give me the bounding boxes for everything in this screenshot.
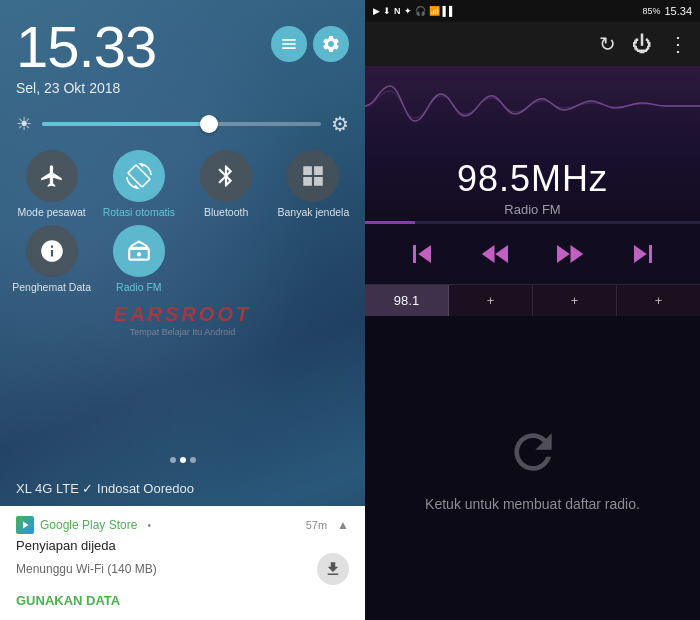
airplane-icon-bg	[26, 150, 78, 202]
watermark-text: EARSROOT	[114, 303, 251, 325]
toggle-airplane[interactable]: Mode pesawat	[12, 150, 91, 219]
play-status-icon: ▶	[373, 6, 380, 16]
status-time: 15.34	[664, 5, 692, 17]
page-dot-2	[180, 457, 186, 463]
network-label: XL 4G LTE ✓ Indosat Ooredoo	[16, 481, 349, 496]
playback-controls	[365, 224, 700, 284]
radiofm-icon-bg	[113, 225, 165, 277]
notif-download-icon[interactable]	[317, 553, 349, 585]
freq-slot-3[interactable]: +	[533, 285, 617, 316]
notif-app-name: Google Play Store	[40, 518, 137, 532]
bluetooth-icon-bg	[200, 150, 252, 202]
time-display: 15.33	[16, 18, 156, 76]
frequency-display: 98.5MHz Radio FM	[365, 146, 700, 221]
toggle-datasaver[interactable]: Penghemat Data	[12, 225, 91, 294]
play-store-icon	[16, 516, 34, 534]
waveform-area	[365, 66, 700, 146]
refresh-button[interactable]: ↻	[599, 32, 616, 56]
battery-pct: 85%	[642, 6, 660, 16]
time-area: 15.33 Sel, 23 Okt 2018	[0, 0, 365, 104]
power-button[interactable]: ⏻	[632, 33, 652, 56]
status-icons-left: ▶ ⬇ N ✦ 🎧 📶 ▌▌	[373, 6, 455, 16]
toggles-row-2: Penghemat Data Radio FM	[0, 225, 365, 298]
watermark-sub: Tempat Belajar Itu Android	[0, 327, 365, 337]
notification-card: Google Play Store • 57m ▲ Penyiapan dije…	[0, 506, 365, 620]
status-bar: ▶ ⬇ N ✦ 🎧 📶 ▌▌ 85% 15.34	[365, 0, 700, 22]
notif-body-text: Menunggu Wi-Fi (140 MB)	[16, 562, 157, 576]
freq-slot-2[interactable]: +	[449, 285, 533, 316]
next-button[interactable]	[623, 234, 663, 274]
download-status-icon: ⬇	[383, 6, 391, 16]
rewind-button[interactable]	[476, 234, 516, 274]
headphone-icon: 🎧	[415, 6, 426, 16]
multiwindow-label: Banyak jendela	[277, 206, 349, 219]
use-data-button[interactable]: GUNAKAN DATA	[16, 585, 349, 610]
radio-label: Radio FM	[365, 202, 700, 217]
toggle-radiofm[interactable]: Radio FM	[99, 225, 178, 294]
freq-current[interactable]: 98.1	[365, 285, 449, 316]
toggles-row-1: Mode pesawat Rotasi otomatis Bluetooth B…	[0, 144, 365, 225]
wifi-icon: 📶	[429, 6, 440, 16]
airplane-label: Mode pesawat	[17, 206, 85, 219]
forward-button[interactable]	[549, 234, 589, 274]
signal-icon: ▌▌	[443, 6, 456, 16]
freq-slot-4[interactable]: +	[617, 285, 700, 316]
empty-state: Ketuk untuk membuat daftar radio.	[365, 316, 700, 620]
notif-time: 57m	[306, 519, 327, 531]
brightness-slider[interactable]	[42, 122, 321, 126]
brightness-settings-icon[interactable]: ⚙	[331, 112, 349, 136]
datasaver-label: Penghemat Data	[12, 281, 91, 294]
status-icons-right: 85% 15.34	[642, 5, 692, 17]
date-display: Sel, 23 Okt 2018	[16, 80, 156, 96]
page-dot-1	[170, 457, 176, 463]
more-options-button[interactable]: ⋮	[668, 32, 688, 56]
rotate-icon-bg	[113, 150, 165, 202]
settings-button[interactable]	[313, 26, 349, 62]
controls-bar: ↻ ⏻ ⋮	[365, 22, 700, 66]
bluetooth-label: Bluetooth	[204, 206, 248, 219]
rotate-label: Rotasi otomatis	[103, 206, 175, 219]
toggle-bluetooth[interactable]: Bluetooth	[187, 150, 266, 219]
right-panel: ▶ ⬇ N ✦ 🎧 📶 ▌▌ 85% 15.34 ↻ ⏻ ⋮ 98.5MHz R…	[365, 0, 700, 620]
toggle-rotate[interactable]: Rotasi otomatis	[99, 150, 178, 219]
n-icon: N	[394, 6, 401, 16]
bt-status-icon: ✦	[404, 6, 412, 16]
task-manager-button[interactable]	[271, 26, 307, 62]
brightness-row: ☀ ⚙	[0, 104, 365, 144]
brightness-low-icon: ☀	[16, 113, 32, 135]
radiofm-label: Radio FM	[116, 281, 162, 294]
network-info: XL 4G LTE ✓ Indosat Ooredoo	[0, 469, 365, 506]
left-panel: 15.33 Sel, 23 Okt 2018 ☀ ⚙	[0, 0, 365, 620]
frequency-bar: 98.1 + + +	[365, 284, 700, 316]
notif-title: Penyiapan dijeda	[16, 538, 349, 553]
prev-button[interactable]	[402, 234, 442, 274]
empty-state-text: Ketuk untuk membuat daftar radio.	[425, 496, 640, 512]
toggle-multiwindow[interactable]: Banyak jendela	[274, 150, 353, 219]
page-dot-3	[190, 457, 196, 463]
multiwindow-icon-bg	[287, 150, 339, 202]
frequency-value: 98.5MHz	[365, 158, 700, 200]
datasaver-icon-bg	[26, 225, 78, 277]
